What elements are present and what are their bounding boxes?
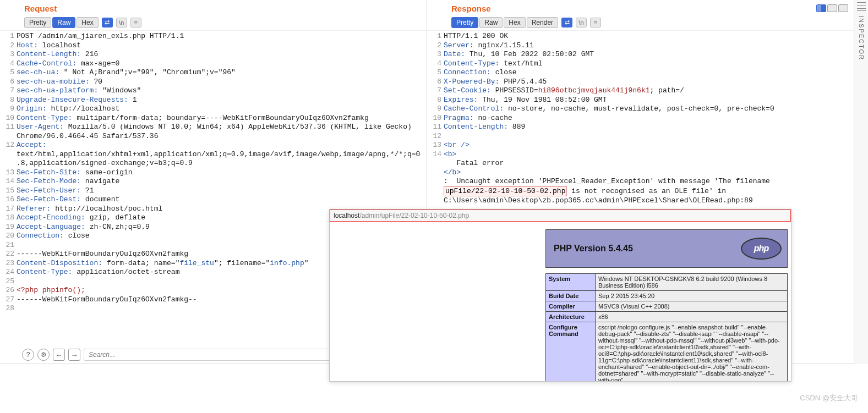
tab-pretty[interactable]: Pretty: [451, 17, 478, 28]
settings-button[interactable]: ⚙: [37, 349, 50, 361]
menu-icon[interactable]: ≡: [590, 18, 601, 27]
layout-single-icon[interactable]: [838, 4, 848, 12]
layout-switcher: [816, 4, 848, 12]
php-logo: php: [741, 238, 782, 260]
newline-icon[interactable]: \n: [116, 18, 127, 27]
php-version-title: PHP Version 5.4.45: [554, 244, 633, 254]
tab-pretty[interactable]: Pretty: [24, 17, 51, 28]
php-version-banner: PHP Version 5.4.45 php: [545, 229, 788, 268]
inspector-label: INSPECTOR: [858, 15, 865, 60]
tab-raw[interactable]: Raw: [479, 17, 503, 28]
newline-icon[interactable]: \n: [576, 18, 587, 27]
tab-raw[interactable]: Raw: [52, 17, 75, 28]
help-button[interactable]: ?: [22, 349, 34, 361]
layout-split-icon[interactable]: [816, 4, 826, 12]
wrap-icon[interactable]: ⇄: [561, 18, 572, 27]
menu-icon[interactable]: ≡: [130, 18, 141, 27]
layout-stack-icon[interactable]: [827, 4, 837, 12]
tab-hex[interactable]: Hex: [504, 17, 525, 28]
request-view-toolbar: Pretty Raw Hex ⇄ \n ≡: [0, 15, 427, 31]
url-path: /admin/upFile/22-02-10-10-50-02.php: [359, 212, 469, 219]
prev-button[interactable]: ←: [53, 349, 65, 361]
inspector-icon: [857, 2, 866, 11]
next-button[interactable]: →: [68, 349, 80, 361]
wrap-icon[interactable]: ⇄: [102, 18, 113, 27]
phpinfo-table: SystemWindows NT DESKTOP-GSNGKV8 6.2 bui…: [545, 273, 788, 381]
tab-render[interactable]: Render: [527, 17, 558, 28]
response-title: Response: [451, 4, 491, 13]
url-host: localhost: [334, 212, 359, 219]
inspector-sidebar[interactable]: INSPECTOR: [854, 0, 868, 364]
request-title: Request: [24, 4, 57, 13]
watermark: CSDN @安全大哥: [800, 393, 858, 403]
phpinfo-popup: localhost/admin/upFile/22-02-10-10-50-02…: [329, 209, 791, 382]
response-view-toolbar: Pretty Raw Hex Render ⇄ \n ≡: [427, 15, 854, 31]
popup-url-bar: localhost/admin/upFile/22-02-10-10-50-02…: [330, 210, 791, 222]
tab-hex[interactable]: Hex: [77, 17, 98, 28]
